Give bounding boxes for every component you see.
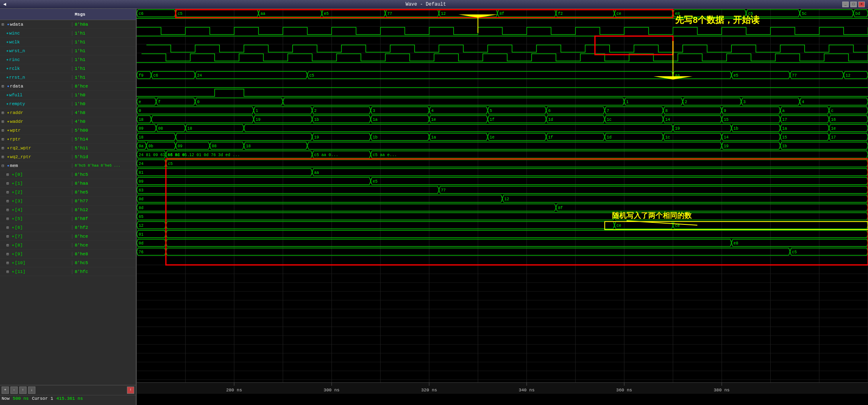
expand-icon-raddr[interactable]: ⊞ <box>2 110 6 115</box>
expand-icon-mem9[interactable]: ⊞ <box>6 252 11 256</box>
cursor-label: Cursor 1 <box>32 396 53 401</box>
signal-row-winc[interactable]: ◆ winc 1'h1 <box>0 29 136 38</box>
diamond-wdata: ◆ <box>7 22 9 26</box>
signal-row-rrst_n[interactable]: ◆ rrst_n 1'h1 <box>0 73 136 82</box>
waveform-container[interactable] <box>137 9 868 405</box>
diamond-mem6: ◆ <box>12 226 14 229</box>
close-button[interactable]: × <box>858 2 865 7</box>
signal-name-wdata: ⊞ ◆ wdata <box>0 22 72 27</box>
expand-icon-mem2[interactable]: ⊞ <box>6 190 11 195</box>
label-rq2wptr: rq2_wptr <box>10 146 31 151</box>
down-signal-button[interactable]: ↓ <box>28 387 35 394</box>
diamond-mem11: ◆ <box>12 270 14 273</box>
signal-name-mem6: ⊞ ◆ [6] <box>0 225 72 230</box>
signal-name-mem2: ⊞ ◆ [2] <box>0 190 72 195</box>
value-winc: 1'h1 <box>72 31 136 36</box>
expand-icon[interactable]: ⊞ <box>2 22 6 27</box>
label-wdata: wdata <box>10 22 23 27</box>
value-mem1: 8'haa <box>72 181 136 186</box>
label-waddr: waddr <box>10 119 23 124</box>
label-mem: mem <box>10 163 18 168</box>
signal-row-mem[interactable]: ⊟ ◆ mem 8'hc5 8'haa 8'he5 ... <box>0 161 136 170</box>
diamond-wptr: ◆ <box>7 128 9 132</box>
label-mem4: [4] <box>15 208 23 212</box>
settings-icon[interactable]: ! <box>127 387 134 394</box>
signal-row-wfull[interactable]: ◆ wfull 1'h0 <box>0 91 136 100</box>
signal-row-rdata[interactable]: ⊞ ◆ rdata 8'hce <box>0 82 136 91</box>
diamond-mem10: ◆ <box>12 261 14 265</box>
signal-row-wptr[interactable]: ⊞ ◆ wptr 5'h00 <box>0 126 136 135</box>
diamond-waddr: ◆ <box>7 120 9 123</box>
expand-icon-wptr[interactable]: ⊞ <box>2 128 6 133</box>
minimize-button[interactable]: _ <box>842 2 849 7</box>
signal-row-mem0[interactable]: ⊞ ◆ [0] 8'hc5 <box>0 170 136 179</box>
value-mem7: 8'hce <box>72 234 136 239</box>
signal-row-mem5[interactable]: ⊞ ◆ [5] 8'h8f <box>0 214 136 223</box>
expand-icon-mem0[interactable]: ⊞ <box>6 172 11 177</box>
signal-row-wrst_n[interactable]: ◆ wrst_n 1'h1 <box>0 47 136 55</box>
expand-icon-rdata[interactable]: ⊞ <box>2 84 6 89</box>
expand-icon-rptr[interactable]: ⊞ <box>2 137 6 142</box>
signal-row-mem4[interactable]: ⊞ ◆ [4] 8'h12 <box>0 206 136 214</box>
expand-icon-mem3[interactable]: ⊞ <box>6 199 11 204</box>
diamond-mem7: ◆ <box>12 234 14 238</box>
signal-row-raddr[interactable]: ⊞ ◆ raddr 4'h8 <box>0 108 136 117</box>
signal-row-rptr[interactable]: ⊞ ◆ rptr 5'h14 <box>0 135 136 144</box>
signal-row-rclk[interactable]: ◆ rclk 1'h1 <box>0 64 136 73</box>
signal-row-mem11[interactable]: ⊞ ◆ [11] 8'hfc <box>0 267 136 276</box>
expand-icon-waddr[interactable]: ⊞ <box>2 119 6 124</box>
signal-row-mem2[interactable]: ⊞ ◆ [2] 8'he5 <box>0 188 136 197</box>
waveform-canvas[interactable] <box>137 9 868 394</box>
value-wdata: 8'h0a <box>72 22 136 27</box>
signal-name-waddr: ⊞ ◆ waddr <box>0 119 72 124</box>
delete-signal-button[interactable]: - <box>10 387 18 394</box>
diamond-rdata: ◆ <box>7 84 9 88</box>
expand-icon-mem7[interactable]: ⊞ <box>6 234 11 239</box>
signal-row-waddr[interactable]: ⊞ ◆ waddr 4'h0 <box>0 117 136 126</box>
value-rq2wptr: 5'h11 <box>72 146 136 151</box>
signal-row-mem10[interactable]: ⊞ ◆ [10] 8'hc5 <box>0 258 136 267</box>
expand-icon-mem4[interactable]: ⊞ <box>6 208 11 212</box>
signal-row-wdata[interactable]: ⊞ ◆ wdata 8'h0a <box>0 20 136 29</box>
value-mem4: 8'h12 <box>72 208 136 212</box>
expand-icon-rq2wptr[interactable]: ⊞ <box>2 146 6 151</box>
expand-icon-mem11[interactable]: ⊞ <box>6 269 11 274</box>
up-signal-button[interactable]: ↑ <box>19 387 27 394</box>
value-mem0: 8'hc5 <box>72 172 136 177</box>
signal-row-rq2wptr[interactable]: ⊞ ◆ rq2_wptr 5'h11 <box>0 144 136 153</box>
expand-icon-mem[interactable]: ⊟ <box>2 163 6 168</box>
expand-icon-mem5[interactable]: ⊞ <box>6 216 11 221</box>
add-signal-button[interactable]: + <box>2 387 9 394</box>
maximize-button[interactable]: □ <box>850 2 857 7</box>
signal-row-rinc[interactable]: ◆ rinc 1'h1 <box>0 55 136 64</box>
value-waddr: 4'h0 <box>72 119 136 124</box>
signal-row-mem9[interactable]: ⊞ ◆ [9] 8'he8 <box>0 250 136 258</box>
value-rptr: 5'h14 <box>72 137 136 142</box>
expand-icon-mem8[interactable]: ⊞ <box>6 243 11 248</box>
titlebar: ◀ Wave - Default _ □ × <box>0 0 868 9</box>
signal-row-mem1[interactable]: ⊞ ◆ [1] 8'haa <box>0 179 136 188</box>
signal-row-wq2rptr[interactable]: ⊞ ◆ wq2_rptr 5'h1d <box>0 153 136 161</box>
status-info: Now 500 ns Cursor 1 415.361 ns <box>0 395 136 402</box>
expand-icon-mem10[interactable]: ⊞ <box>6 261 11 265</box>
value-mem5: 8'h8f <box>72 216 136 221</box>
diamond-mem1: ◆ <box>12 181 14 185</box>
diamond-wfull: ◆ <box>6 93 8 97</box>
label-mem11: [11] <box>15 269 25 274</box>
label-wptr: wptr <box>10 128 20 133</box>
signal-row-mem6[interactable]: ⊞ ◆ [6] 8'hf2 <box>0 223 136 232</box>
signal-row-wclk[interactable]: ◆ wclk 1'h1 <box>0 38 136 47</box>
diamond-raddr: ◆ <box>7 111 9 114</box>
signal-row-mem8[interactable]: ⊞ ◆ [8] 8'hce <box>0 241 136 250</box>
signal-row-rempty[interactable]: ◆ rempty 1'h0 <box>0 100 136 108</box>
expand-icon-mem6[interactable]: ⊞ <box>6 225 11 230</box>
label-rrst_n: rrst_n <box>9 75 25 80</box>
signal-list[interactable]: ⊞ ◆ wdata 8'h0a ◆ winc 1'h1 <box>0 20 136 385</box>
expand-icon-wq2rptr[interactable]: ⊞ <box>2 155 6 159</box>
waveform-panel[interactable] <box>137 9 868 405</box>
signal-row-mem3[interactable]: ⊞ ◆ [3] 8'h77 <box>0 197 136 206</box>
expand-icon-mem1[interactable]: ⊞ <box>6 181 11 186</box>
signal-row-mem7[interactable]: ⊞ ◆ [7] 8'hce <box>0 232 136 241</box>
diamond-mem9: ◆ <box>12 252 14 256</box>
label-winc: winc <box>9 31 20 36</box>
